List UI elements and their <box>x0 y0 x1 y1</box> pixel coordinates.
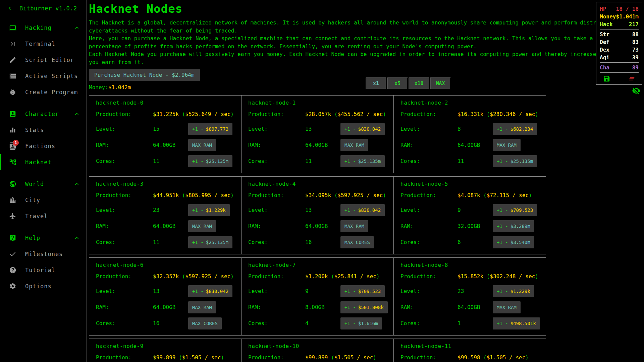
upgrade-cores-button[interactable]: MAX CORES <box>188 317 222 329</box>
production-value: $99.899 ($1.505 / sec) <box>305 354 376 361</box>
upgrade-level-button[interactable]: +1 -$897.773 <box>188 123 232 135</box>
production-amount: ) <box>373 354 376 361</box>
multiplier-button-x1[interactable]: x1 <box>366 77 386 89</box>
production-amount: ( <box>331 273 334 280</box>
description-line: The Hacknet is a global, decentralized n… <box>89 19 632 27</box>
upgrade-ram-button[interactable]: MAX RAM <box>493 301 521 313</box>
production-amount: ( <box>182 111 185 117</box>
stat-label: Cha <box>600 64 609 71</box>
collapse-section-control[interactable] <box>73 235 80 241</box>
sidebar-item-script-editor[interactable]: Script Editor <box>0 52 86 68</box>
sidebar-item-active-scripts[interactable]: Active Scripts <box>0 68 86 84</box>
upgrade-level-button[interactable]: +1 -$830.042 <box>340 204 385 216</box>
upgrade-level-button[interactable]: +1 -$709.523 <box>493 204 537 216</box>
production-value: $4.087k ($72.115 / sec) <box>458 192 532 198</box>
stat-row-hp: HP18 / 18 <box>600 5 639 13</box>
production-amount: ) <box>230 192 234 198</box>
sidebar-item-hacknet[interactable]: Hacknet <box>0 154 86 170</box>
sidebar-item-options[interactable]: Options <box>0 278 86 294</box>
collapse-section-control[interactable] <box>73 111 80 117</box>
upgrade-cores-button[interactable]: +1 -$3.540m <box>493 236 534 248</box>
sidebar-item-milestones[interactable]: Milestones <box>0 246 86 262</box>
cores-value: 11 <box>305 158 312 164</box>
sidebar-section-header-character[interactable]: Character <box>0 106 86 122</box>
sidebar-item-stats[interactable]: Stats <box>0 122 86 138</box>
upgrade-level-button[interactable]: +1 -$1.229k <box>493 285 534 297</box>
sidebar-item-factions[interactable]: 1Factions <box>0 138 86 154</box>
sidebar-section-hacking: HackingTerminalScript EditorActive Scrip… <box>0 17 86 103</box>
visibility-off-icon[interactable] <box>632 86 641 97</box>
stat-label: Def <box>600 38 609 46</box>
ram-label: RAM: <box>96 304 109 310</box>
cores-value: 16 <box>153 320 159 326</box>
purchase-hacknet-node-button[interactable]: Purchase Hacknet Node - $2.964m <box>89 69 200 81</box>
upgrade-cores-button[interactable]: +1 -$25.135m <box>188 155 232 167</box>
sidebar-section-header-hacking[interactable]: Hacking <box>0 20 86 36</box>
production-amount: $99.899 <box>153 354 179 361</box>
ram-value: 64.00GB <box>153 304 175 310</box>
chevron-left-icon <box>6 5 13 12</box>
upgrade-cores-button[interactable]: +1 -$25.135m <box>493 155 537 167</box>
node-card-hacknet-node-5: hacknet-node-5Production:$4.087k ($72.11… <box>393 176 546 254</box>
upgrade-cores-button[interactable]: +1 -$25.135m <box>340 155 385 167</box>
collapse-section-control[interactable] <box>73 181 80 187</box>
level-value: 9 <box>305 288 309 294</box>
city-icon <box>9 196 16 204</box>
production-amount: $28.057k <box>305 111 334 117</box>
cores-label: Cores: <box>400 320 420 326</box>
description-line: cyberattacks without the fear of being t… <box>89 27 632 35</box>
icon-box <box>8 126 17 134</box>
upgrade-cost-label: $3.540m <box>511 240 530 245</box>
sidebar-item-create-program[interactable]: Create Program <box>0 84 86 100</box>
production-amount: ( <box>179 354 182 361</box>
upgrade-level-button[interactable]: +1 -$709.523 <box>340 285 385 297</box>
upgrade-ram-button[interactable]: +1 -$501.808k <box>340 301 388 313</box>
level-label: Level: <box>248 126 268 132</box>
upgrade-cores-button[interactable]: +1 -$498.501k <box>493 317 540 329</box>
production-label: Production: <box>96 111 131 117</box>
overlay-divider <box>600 72 639 73</box>
sidebar-section-header-world[interactable]: World <box>0 176 86 192</box>
upgrade-level-button[interactable]: +1 -$1.229k <box>188 204 230 216</box>
node-card-hacknet-node-6: hacknet-node-6Production:$32.357k ($597.… <box>89 257 241 336</box>
clear-all-icon[interactable] <box>628 75 635 82</box>
upgrade-ram-button[interactable]: MAX RAM <box>188 301 216 313</box>
upgrade-cores-button[interactable]: +1 -$25.135m <box>188 236 232 248</box>
upgrade-increment-label: +1 - <box>497 240 508 245</box>
sidebar-item-travel[interactable]: Travel <box>0 208 86 224</box>
multiplier-button-max[interactable]: MAX <box>430 77 451 89</box>
upgrade-cores-button[interactable]: +1 -$1.616m <box>340 317 382 329</box>
production-amount: $99.899 <box>305 354 331 361</box>
upgrade-level-button[interactable]: +1 -$682.234 <box>493 123 537 135</box>
production-label: Production: <box>248 354 284 361</box>
node-name: hacknet-node-1 <box>248 100 296 106</box>
upgrade-cost-label: $25.135m <box>206 159 228 164</box>
sidebar-item-tutorial[interactable]: Tutorial <box>0 262 86 278</box>
sidebar-item-city[interactable]: City <box>0 192 86 208</box>
multiplier-button-x10[interactable]: x10 <box>409 77 429 89</box>
sidebar-item-terminal[interactable]: Terminal <box>0 36 86 52</box>
sidebar: Bitburner v1.0.2 HackingTerminalScript E… <box>0 0 87 362</box>
upgrade-increment-label: +1 - <box>192 126 204 132</box>
save-icon[interactable] <box>603 75 610 82</box>
upgrade-ram-button[interactable]: MAX RAM <box>340 220 368 232</box>
upgrade-level-button[interactable]: +1 -$830.042 <box>340 123 385 135</box>
chevron-up-icon <box>73 111 80 117</box>
upgrade-ram-button[interactable]: +1 -$3.289m <box>493 220 534 232</box>
collapse-section-control[interactable] <box>73 24 80 31</box>
production-amount: $15.852k <box>458 273 487 280</box>
multiplier-button-x5[interactable]: x5 <box>387 77 408 89</box>
level-value: 13 <box>153 288 159 294</box>
upgrade-ram-button[interactable]: MAX RAM <box>340 139 368 151</box>
upgrade-ram-button[interactable]: MAX RAM <box>188 220 216 232</box>
production-value: $31.225k ($525.649 / sec) <box>153 111 234 117</box>
sidebar-section-header-help[interactable]: Help <box>0 230 86 246</box>
production-amount: $597.925 / sec <box>185 273 230 280</box>
upgrade-cores-button[interactable]: MAX CORES <box>340 236 374 248</box>
upgrade-ram-button[interactable]: MAX RAM <box>188 139 216 151</box>
production-amount: ) <box>535 111 538 117</box>
sidebar-collapse-button[interactable] <box>0 5 19 12</box>
upgrade-ram-button[interactable]: MAX RAM <box>493 139 521 151</box>
upgrade-increment-label: +1 - <box>497 207 508 213</box>
upgrade-level-button[interactable]: +1 -$830.042 <box>188 285 232 297</box>
